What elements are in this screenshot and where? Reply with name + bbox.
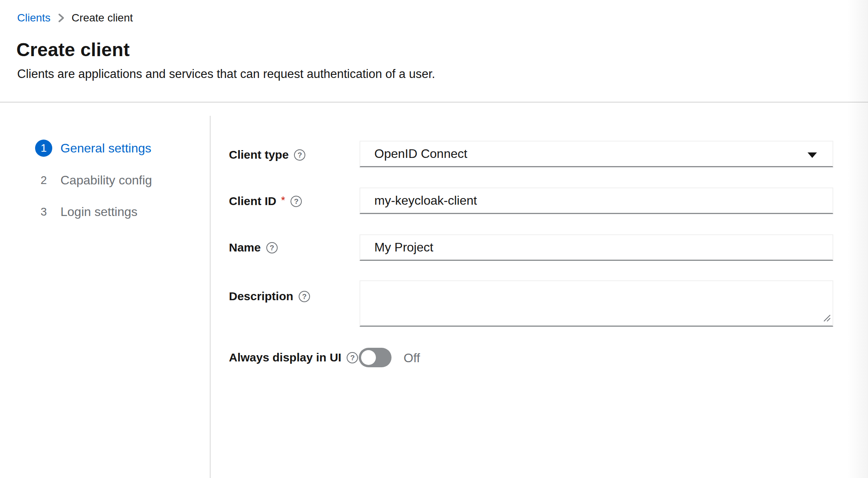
always-display-label: Always display in UI xyxy=(229,351,341,364)
step-label: Login settings xyxy=(60,205,137,219)
create-client-page: Clients Create client Create client Clie… xyxy=(0,0,868,478)
name-label: Name xyxy=(229,241,261,254)
required-asterisk: * xyxy=(281,194,285,207)
client-type-label: Client type xyxy=(229,148,289,161)
description-label: Description xyxy=(229,290,293,303)
toggle-knob xyxy=(361,350,376,365)
wizard-form-divider xyxy=(210,116,211,478)
breadcrumb: Clients Create client xyxy=(17,12,133,23)
question-circle-icon[interactable] xyxy=(347,352,358,363)
wizard-step-general-settings[interactable]: 1 General settings xyxy=(35,140,151,157)
question-circle-icon[interactable] xyxy=(291,196,302,207)
step-number: 3 xyxy=(35,203,52,220)
client-type-selected-value: OpenID Connect xyxy=(374,147,467,161)
client-id-label-row: Client ID * xyxy=(229,195,302,208)
breadcrumb-current: Create client xyxy=(72,12,133,23)
client-id-label: Client ID xyxy=(229,195,276,208)
step-number: 2 xyxy=(35,172,52,189)
description-label-row: Description xyxy=(229,290,310,303)
wizard-step-login-settings[interactable]: 3 Login settings xyxy=(35,203,137,220)
client-type-label-row: Client type xyxy=(229,148,305,161)
name-input[interactable] xyxy=(360,234,833,261)
step-label: Capability config xyxy=(60,173,152,188)
question-circle-icon[interactable] xyxy=(294,149,305,161)
name-label-row: Name xyxy=(229,241,278,254)
page-subtitle: Clients are applications and services th… xyxy=(17,67,435,81)
always-display-label-row: Always display in UI xyxy=(229,351,358,364)
description-textarea[interactable] xyxy=(360,280,833,327)
question-circle-icon[interactable] xyxy=(299,291,310,302)
breadcrumb-link-clients[interactable]: Clients xyxy=(17,12,51,23)
angle-right-icon xyxy=(58,13,65,23)
client-id-input[interactable] xyxy=(360,188,833,214)
resize-grip-icon[interactable] xyxy=(822,313,831,324)
toggle-state-label: Off xyxy=(404,351,420,365)
page-title: Create client xyxy=(16,39,130,60)
always-display-toggle[interactable] xyxy=(359,348,391,367)
page-edge-shade xyxy=(847,0,868,478)
question-circle-icon[interactable] xyxy=(266,242,278,253)
header-divider xyxy=(0,102,868,103)
client-type-select[interactable]: OpenID Connect xyxy=(360,141,833,167)
wizard-step-capability-config[interactable]: 2 Capability config xyxy=(35,172,152,189)
description-field xyxy=(360,280,833,327)
step-number-badge: 1 xyxy=(35,140,52,157)
caret-down-icon xyxy=(808,152,817,158)
step-label: General settings xyxy=(60,141,151,156)
